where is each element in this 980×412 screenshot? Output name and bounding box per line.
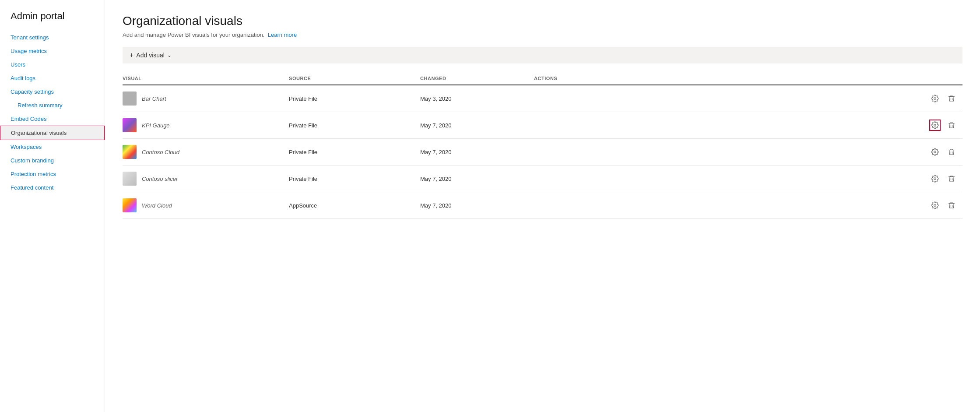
page-description-text: Add and manage Power BI visuals for your… [123,32,264,38]
table-row: KPI Gauge Private FileMay 7, 2020 [123,112,962,139]
actions-container [534,200,957,211]
table-row: Bar Chart Private FileMay 3, 2020 [123,85,962,112]
sidebar-item-refresh-summary[interactable]: Refresh summary [0,99,105,112]
visual-info: Bar Chart [123,92,284,106]
visual-name: Word Cloud [142,202,172,209]
visual-info: Word Cloud [123,198,284,212]
visual-cell-row2: KPI Gauge [123,112,289,139]
svg-point-2 [934,151,936,153]
sidebar-item-featured-content[interactable]: Featured content [0,181,105,194]
table-row: Word Cloud AppSourceMay 7, 2020 [123,192,962,219]
sidebar-item-embed-codes[interactable]: Embed Codes [0,112,105,126]
sidebar-item-users[interactable]: Users [0,58,105,71]
page-description: Add and manage Power BI visuals for your… [123,32,962,38]
actions-cell-row5 [534,192,962,219]
sidebar-title: Admin portal [0,7,105,31]
col-header-changed: CHANGED [420,72,534,85]
add-visual-button[interactable]: + Add visual ⌄ [130,51,172,59]
actions-container [534,93,957,104]
visual-thumbnail [123,172,137,186]
source-cell-row5: AppSource [289,192,420,219]
sidebar: Admin portal Tenant settingsUsage metric… [0,0,105,412]
visual-cell-row4: Contoso slicer [123,166,289,192]
plus-icon: + [130,51,133,59]
app-container: Admin portal Tenant settingsUsage metric… [0,0,980,412]
table-row: Contoso slicer Private FileMay 7, 2020 [123,166,962,192]
sidebar-item-capacity-settings[interactable]: Capacity settings [0,85,105,99]
add-visual-bar: + Add visual ⌄ [123,47,962,63]
learn-more-link[interactable]: Learn more [268,32,297,38]
actions-container [534,146,957,158]
visual-thumbnail [123,198,137,212]
main-layout: Admin portal Tenant settingsUsage metric… [0,0,980,412]
table-row: Contoso Cloud Private FileMay 7, 2020 [123,139,962,166]
svg-point-0 [934,98,936,100]
source-cell-row1: Private File [289,85,420,112]
settings-button[interactable] [929,146,941,158]
sidebar-nav: Tenant settingsUsage metricsUsersAudit l… [0,31,105,194]
sidebar-item-organizational-visuals[interactable]: Organizational visuals [0,126,105,140]
add-visual-label: Add visual [136,52,165,59]
settings-button[interactable] [929,120,941,131]
source-cell-row3: Private File [289,139,420,166]
settings-button[interactable] [929,93,941,104]
visual-cell-row3: Contoso Cloud [123,139,289,166]
delete-button[interactable] [946,200,957,211]
visual-name: Contoso Cloud [142,149,179,155]
settings-button[interactable] [929,200,941,211]
sidebar-item-usage-metrics[interactable]: Usage metrics [0,44,105,58]
page-title: Organizational visuals [123,14,962,28]
table-header-row: VISUAL SOURCE CHANGED ACTIONS [123,72,962,85]
changed-cell-row5: May 7, 2020 [420,192,534,219]
svg-point-3 [934,178,936,180]
table-header: VISUAL SOURCE CHANGED ACTIONS [123,72,962,85]
delete-button[interactable] [946,93,957,104]
delete-button[interactable] [946,146,957,158]
sidebar-item-protection-metrics[interactable]: Protection metrics [0,167,105,181]
col-header-actions: ACTIONS [534,72,962,85]
delete-button[interactable] [946,173,957,184]
actions-cell-row2 [534,112,962,139]
actions-container [534,120,957,131]
visual-name: Contoso slicer [142,176,178,182]
visual-info: Contoso slicer [123,172,284,186]
visual-name: Bar Chart [142,95,166,102]
changed-cell-row4: May 7, 2020 [420,166,534,192]
visual-cell-row1: Bar Chart [123,85,289,112]
col-header-source: SOURCE [289,72,420,85]
visual-thumbnail [123,118,137,132]
changed-cell-row1: May 3, 2020 [420,85,534,112]
table-body: Bar Chart Private FileMay 3, 2020 KPI Ga… [123,85,962,219]
sidebar-item-tenant-settings[interactable]: Tenant settings [0,31,105,44]
visual-thumbnail [123,92,137,106]
changed-cell-row3: May 7, 2020 [420,139,534,166]
visuals-table: VISUAL SOURCE CHANGED ACTIONS Bar Chart … [123,72,962,219]
actions-container [534,173,957,184]
visual-thumbnail [123,145,137,159]
sidebar-item-custom-branding[interactable]: Custom branding [0,154,105,167]
visual-info: Contoso Cloud [123,145,284,159]
delete-button[interactable] [946,120,957,131]
actions-cell-row3 [534,139,962,166]
main-content: Organizational visuals Add and manage Po… [105,0,980,412]
actions-cell-row1 [534,85,962,112]
sidebar-item-audit-logs[interactable]: Audit logs [0,71,105,85]
chevron-down-icon: ⌄ [167,52,172,58]
visual-name: KPI Gauge [142,122,170,129]
settings-button[interactable] [929,173,941,184]
svg-point-4 [934,204,936,207]
source-cell-row2: Private File [289,112,420,139]
svg-point-1 [934,124,936,127]
changed-cell-row2: May 7, 2020 [420,112,534,139]
col-header-visual: VISUAL [123,72,289,85]
visual-cell-row5: Word Cloud [123,192,289,219]
source-cell-row4: Private File [289,166,420,192]
sidebar-item-workspaces[interactable]: Workspaces [0,140,105,154]
visual-info: KPI Gauge [123,118,284,132]
actions-cell-row4 [534,166,962,192]
